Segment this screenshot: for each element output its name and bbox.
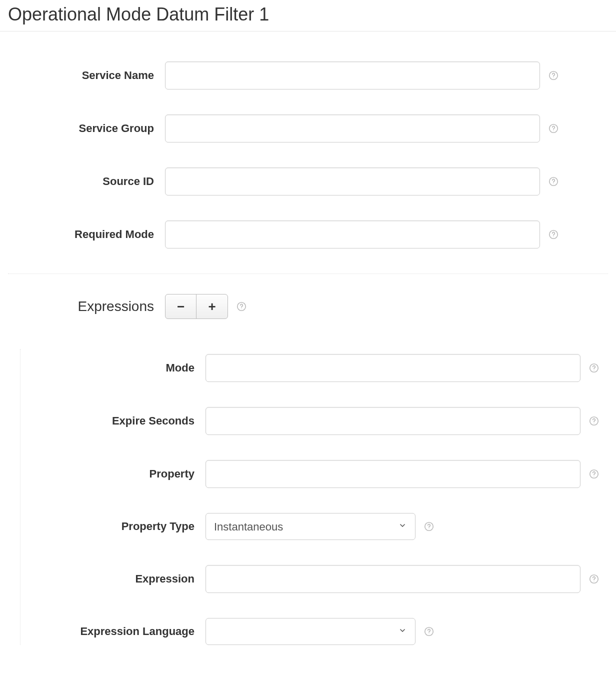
label-property-type: Property Type bbox=[20, 520, 206, 533]
help-icon[interactable] bbox=[588, 362, 600, 374]
help-icon[interactable] bbox=[548, 70, 559, 81]
svg-point-1 bbox=[553, 78, 554, 78]
form-container: Service Name Service Group Source ID bbox=[0, 62, 616, 645]
input-expression[interactable] bbox=[206, 565, 580, 593]
input-expire-seconds[interactable] bbox=[206, 407, 580, 435]
add-expression-button[interactable]: + bbox=[196, 294, 228, 318]
svg-point-9 bbox=[241, 308, 242, 309]
row-mode: Mode bbox=[20, 354, 616, 382]
help-icon[interactable] bbox=[588, 416, 600, 426]
row-expression: Expression bbox=[20, 565, 616, 593]
expression-item: Mode Expire Seconds Pr bbox=[20, 349, 616, 645]
svg-point-13 bbox=[594, 423, 594, 424]
input-property[interactable] bbox=[206, 460, 580, 488]
row-required-mode: Required Mode bbox=[0, 220, 616, 248]
label-required-mode: Required Mode bbox=[0, 228, 165, 241]
row-property: Property bbox=[20, 460, 616, 488]
row-service-group: Service Group bbox=[0, 114, 616, 142]
svg-point-15 bbox=[594, 476, 594, 476]
label-mode: Mode bbox=[20, 362, 206, 374]
svg-point-7 bbox=[553, 236, 554, 237]
help-icon[interactable] bbox=[588, 468, 600, 480]
remove-expression-button[interactable]: − bbox=[166, 294, 196, 318]
input-mode[interactable] bbox=[206, 354, 580, 382]
input-service-group[interactable] bbox=[165, 114, 540, 142]
label-property: Property bbox=[20, 468, 206, 480]
label-service-name: Service Name bbox=[0, 69, 165, 82]
help-icon[interactable] bbox=[548, 123, 559, 134]
svg-point-11 bbox=[594, 370, 594, 370]
help-icon[interactable] bbox=[588, 574, 600, 584]
row-expression-language: Expression Language bbox=[20, 618, 616, 645]
label-source-id: Source ID bbox=[0, 175, 165, 188]
row-service-name: Service Name bbox=[0, 62, 616, 90]
label-expire-seconds: Expire Seconds bbox=[20, 414, 206, 428]
label-service-group: Service Group bbox=[0, 122, 165, 135]
svg-point-3 bbox=[553, 130, 554, 131]
row-expressions: Expressions − + bbox=[0, 294, 616, 319]
row-property-type: Property Type Instantaneous bbox=[20, 513, 616, 540]
select-expression-language[interactable] bbox=[206, 618, 416, 645]
svg-point-19 bbox=[594, 581, 594, 582]
input-service-name[interactable] bbox=[165, 62, 540, 90]
page-title: Operational Mode Datum Filter 1 bbox=[0, 0, 616, 32]
row-source-id: Source ID bbox=[0, 168, 616, 196]
svg-point-5 bbox=[553, 184, 554, 184]
svg-point-21 bbox=[428, 634, 429, 634]
help-icon[interactable] bbox=[548, 176, 559, 187]
section-divider bbox=[8, 274, 608, 274]
select-property-type[interactable]: Instantaneous bbox=[206, 513, 416, 540]
expressions-button-group: − + bbox=[165, 294, 228, 319]
input-required-mode[interactable] bbox=[165, 220, 540, 248]
input-source-id[interactable] bbox=[165, 168, 540, 196]
label-expressions: Expressions bbox=[0, 298, 165, 314]
plus-icon: + bbox=[208, 299, 216, 314]
help-icon[interactable] bbox=[236, 301, 247, 312]
label-expression-language: Expression Language bbox=[20, 625, 206, 638]
label-expression: Expression bbox=[20, 572, 206, 586]
help-icon[interactable] bbox=[548, 229, 559, 240]
minus-icon: − bbox=[177, 299, 184, 314]
row-expire-seconds: Expire Seconds bbox=[20, 407, 616, 435]
help-icon[interactable] bbox=[424, 626, 434, 637]
help-icon[interactable] bbox=[424, 521, 434, 532]
svg-point-17 bbox=[428, 528, 429, 529]
